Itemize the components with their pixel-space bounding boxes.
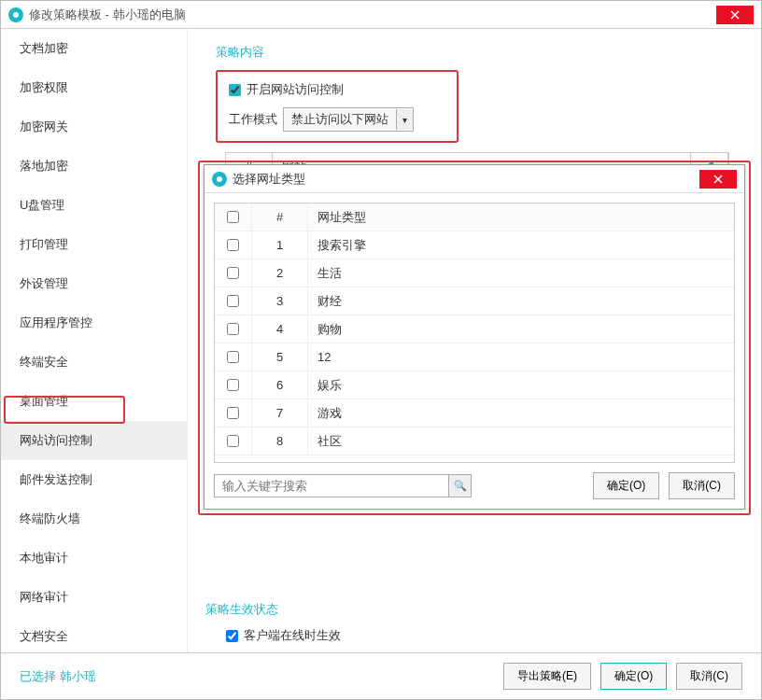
row-name: 财经: [308, 287, 734, 315]
section-title-status: 策略生效状态: [205, 601, 341, 618]
app-icon: [8, 7, 23, 22]
row-name: 搜索引擎: [308, 231, 734, 259]
row-name: 生活: [308, 259, 734, 287]
window-title: 修改策略模板 - 韩小瑶的电脑: [29, 7, 716, 23]
type-row[interactable]: 7游戏: [215, 399, 734, 427]
window-close-button[interactable]: [716, 6, 754, 24]
sidebar-item-doc-security[interactable]: 文档安全: [1, 617, 187, 652]
row-num: 6: [252, 371, 308, 399]
row-num: 7: [252, 399, 308, 427]
sidebar-item-web-access[interactable]: 网站访问控制: [1, 421, 187, 460]
mode-row: 工作模式 禁止访问以下网站 ▾: [229, 107, 445, 132]
type-row[interactable]: 2生活: [215, 259, 734, 287]
search-box: 🔍: [214, 474, 472, 497]
row-name: 娱乐: [308, 371, 734, 399]
row-num: 3: [252, 287, 308, 315]
url-type-modal: 选择网址类型 # 网址类型 1搜索引擎 2生活 3财经 4购物 512 6娱乐 …: [204, 164, 745, 510]
mode-select-value: 禁止访问以下网站: [284, 108, 396, 131]
row-num: 5: [252, 343, 308, 371]
modal-icon: [212, 172, 227, 187]
sidebar-item-app-control[interactable]: 应用程序管控: [1, 303, 187, 343]
titlebar: 修改策略模板 - 韩小瑶的电脑: [1, 1, 761, 29]
status-section: 策略生效状态 客户端在线时生效: [205, 601, 341, 644]
row-name: 游戏: [308, 399, 734, 427]
enable-checkbox[interactable]: [229, 84, 241, 96]
row-checkbox[interactable]: [227, 295, 239, 307]
sidebar-item-land-encrypt[interactable]: 落地加密: [1, 147, 187, 186]
row-checkbox[interactable]: [227, 351, 239, 363]
row-name: 购物: [308, 315, 734, 343]
type-header-checkbox-cell: [215, 203, 252, 231]
row-checkbox[interactable]: [227, 435, 239, 447]
sidebar-item-local-audit[interactable]: 本地审计: [1, 539, 187, 578]
row-checkbox[interactable]: [227, 407, 239, 419]
enable-row: 开启网站访问控制: [229, 81, 445, 98]
type-row[interactable]: 1搜索引擎: [215, 231, 734, 259]
status-row: 客户端在线时生效: [205, 627, 341, 644]
sidebar-item-network-audit[interactable]: 网络审计: [1, 578, 187, 617]
ok-button[interactable]: 确定(O): [600, 663, 667, 690]
sidebar-item-encrypt-gateway[interactable]: 加密网关: [1, 107, 187, 147]
row-name: 12: [308, 343, 734, 371]
type-row[interactable]: 512: [215, 343, 734, 371]
type-row[interactable]: 3财经: [215, 287, 734, 315]
sidebar: 文档加密 加密权限 加密网关 落地加密 U盘管理 打印管理 外设管理 应用程序管…: [1, 29, 188, 652]
sidebar-item-usb[interactable]: U盘管理: [1, 186, 187, 225]
sidebar-item-desktop[interactable]: 桌面管理: [1, 382, 187, 421]
modal-close-button[interactable]: [699, 170, 737, 189]
mode-select[interactable]: 禁止访问以下网站 ▾: [283, 107, 414, 132]
row-checkbox[interactable]: [227, 267, 239, 279]
type-header-num: #: [252, 203, 308, 231]
sidebar-item-doc-encrypt[interactable]: 文档加密: [1, 29, 187, 68]
type-header-name: 网址类型: [308, 203, 734, 231]
status-label: 客户端在线时生效: [244, 627, 341, 644]
modal-titlebar: 选择网址类型: [205, 165, 744, 193]
chevron-down-icon[interactable]: ▾: [396, 109, 413, 130]
type-row[interactable]: 6娱乐: [215, 371, 734, 399]
sidebar-item-mail-control[interactable]: 邮件发送控制: [1, 460, 187, 499]
sidebar-item-endpoint-security[interactable]: 终端安全: [1, 343, 187, 382]
cancel-button[interactable]: 取消(C): [676, 663, 742, 690]
enable-label: 开启网站访问控制: [247, 81, 344, 98]
type-table: # 网址类型 1搜索引擎 2生活 3财经 4购物 512 6娱乐 7游戏 8社区: [214, 203, 735, 463]
row-num: 1: [252, 231, 308, 259]
modal-ok-button[interactable]: 确定(O): [593, 472, 659, 499]
row-checkbox[interactable]: [227, 323, 239, 335]
sidebar-item-firewall[interactable]: 终端防火墙: [1, 499, 187, 539]
select-all-checkbox[interactable]: [227, 211, 239, 223]
row-num: 2: [252, 259, 308, 287]
modal-cancel-button[interactable]: 取消(C): [669, 472, 735, 499]
row-name: 社区: [308, 427, 734, 455]
footer-selection: 已选择 韩小瑶: [20, 668, 494, 685]
export-button[interactable]: 导出策略(E): [503, 663, 591, 690]
policy-config-box: 开启网站访问控制 工作模式 禁止访问以下网站 ▾: [216, 70, 459, 143]
status-checkbox[interactable]: [226, 630, 238, 642]
sidebar-item-print[interactable]: 打印管理: [1, 225, 187, 264]
sidebar-item-encrypt-perm[interactable]: 加密权限: [1, 68, 187, 107]
type-header-row: # 网址类型: [215, 203, 734, 231]
row-num: 8: [252, 427, 308, 455]
sidebar-item-peripheral[interactable]: 外设管理: [1, 264, 187, 303]
modal-body: # 网址类型 1搜索引擎 2生活 3财经 4购物 512 6娱乐 7游戏 8社区…: [205, 193, 744, 509]
search-icon[interactable]: 🔍: [448, 475, 471, 497]
row-checkbox[interactable]: [227, 239, 239, 251]
section-title-content: 策略内容: [216, 44, 733, 61]
mode-label: 工作模式: [229, 111, 277, 128]
type-row[interactable]: 4购物: [215, 315, 734, 343]
row-checkbox[interactable]: [227, 379, 239, 391]
search-input[interactable]: [215, 475, 448, 497]
modal-footer: 🔍 确定(O) 取消(C): [214, 463, 735, 499]
footer: 已选择 韩小瑶 导出策略(E) 确定(O) 取消(C): [1, 652, 761, 699]
row-num: 4: [252, 315, 308, 343]
modal-title-text: 选择网址类型: [233, 171, 699, 188]
type-row[interactable]: 8社区: [215, 427, 734, 455]
